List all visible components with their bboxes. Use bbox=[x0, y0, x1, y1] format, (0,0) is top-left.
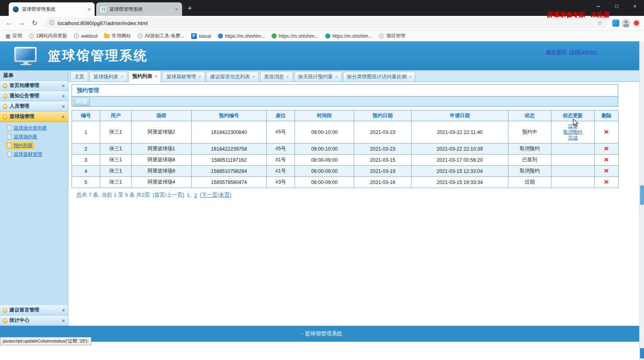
close-icon[interactable]: × bbox=[252, 74, 255, 79]
col-date: 预约日期 bbox=[354, 110, 411, 121]
refresh-button[interactable]: 刷 新 bbox=[74, 97, 90, 106]
sidebar-item-suggestions[interactable]: 建议留言管理 « bbox=[0, 305, 68, 315]
cell-status: 取消预约 bbox=[508, 166, 551, 177]
bookmark-item[interactable]: https://m.shishim... bbox=[218, 33, 265, 39]
refresh-icon[interactable]: ↻ bbox=[29, 19, 40, 27]
status-bar-text: javascript:updateColumnstatus('过期','28')… bbox=[3, 339, 89, 343]
cell-date: 2021-03-16 bbox=[354, 177, 411, 188]
delete-icon[interactable]: × bbox=[604, 179, 609, 185]
bookmark-item[interactable]: webtool bbox=[74, 33, 97, 39]
tab-equipment-management[interactable]: 篮球器材管理 × bbox=[162, 72, 205, 81]
chevron-up-icon: « bbox=[61, 115, 66, 118]
sidebar-item-carousel[interactable]: 首页轮播管理 « bbox=[0, 81, 68, 91]
maximize-button[interactable]: □ bbox=[607, 0, 626, 12]
close-icon[interactable]: × bbox=[175, 6, 178, 12]
extension-icon[interactable] bbox=[612, 19, 619, 27]
cell-venue: 阿里篮球场8 bbox=[132, 166, 192, 177]
pagination-last-link[interactable]: 末页 bbox=[219, 192, 230, 198]
tab-daily-stats[interactable]: 按天统计预约量 × bbox=[294, 72, 342, 81]
bookmark-apps[interactable]: ▦ 应用 bbox=[6, 33, 22, 39]
cell-status-update bbox=[551, 166, 595, 177]
change-password-link[interactable]: 修改密码 bbox=[546, 48, 566, 56]
delete-icon[interactable]: × bbox=[604, 168, 609, 174]
mouse-cursor bbox=[573, 119, 580, 129]
cell-date: 2021-03-19 bbox=[354, 166, 411, 177]
delete-icon[interactable]: × bbox=[604, 157, 609, 163]
bookmark-item[interactable]: P xiaoai bbox=[191, 33, 211, 39]
submenu-court-list[interactable]: 篮球场列表 bbox=[6, 133, 39, 141]
recorder-watermark: 屏幕录像专家 未注册 bbox=[547, 11, 610, 19]
pagination-first-prev: [首页/上一页] bbox=[153, 192, 184, 199]
bookmark-star-icon[interactable]: ☆ bbox=[597, 19, 603, 27]
logout-link[interactable]: 注销(admin) bbox=[569, 48, 597, 56]
sidebar-item-notice[interactable]: 通知公告管理 « bbox=[0, 91, 68, 101]
browser-tab-1[interactable]: 篮球馆管理系统 × bbox=[9, 2, 95, 16]
tab-pie-stats[interactable]: 按分类饼图统计访问量比例 × bbox=[343, 72, 415, 81]
col-status: 状态 bbox=[508, 110, 551, 121]
new-tab-button[interactable]: + bbox=[188, 4, 192, 13]
bookmark-label: 应用 bbox=[12, 33, 22, 39]
bookmark-item[interactable]: https://m.shishim... bbox=[325, 33, 372, 39]
minimize-button[interactable]: ─ bbox=[589, 0, 607, 12]
bracket: ] bbox=[230, 192, 231, 198]
close-icon[interactable]: × bbox=[87, 6, 91, 12]
close-icon[interactable]: × bbox=[286, 74, 289, 79]
vertical-scrollbar[interactable] bbox=[639, 41, 644, 360]
cell-date: 2021-03-23 bbox=[354, 121, 411, 143]
submenu-label[interactable]: 篮球场列表 bbox=[14, 134, 37, 140]
browser-tab-2[interactable]: 篮球馆管理系统 × bbox=[96, 2, 182, 16]
cell-delete: × bbox=[595, 177, 619, 188]
cell-period: 09:00-10:00 bbox=[295, 143, 354, 155]
bookmark-label: 1网站内容更新 bbox=[36, 33, 67, 39]
submenu-label[interactable]: 预约列表 bbox=[14, 142, 33, 149]
tab-label: 发送消息 bbox=[264, 74, 284, 80]
sidebar-item-court-management[interactable]: 篮球场管理 « bbox=[0, 112, 68, 122]
record-icon[interactable] bbox=[633, 19, 640, 27]
sidebar-item-statistics[interactable]: 统计中心 « bbox=[0, 315, 68, 326]
submenu-label[interactable]: 篮球器材管理 bbox=[14, 151, 42, 158]
bookmark-folder[interactable]: 常用网站 bbox=[104, 33, 131, 39]
address-bar[interactable]: ⓘ localhost:8080/pg87/admin/index.html ☆ bbox=[45, 17, 607, 29]
close-window-button[interactable]: × bbox=[626, 0, 644, 12]
cell-status: 预约中 bbox=[508, 121, 551, 143]
forward-icon[interactable]: → bbox=[17, 19, 27, 27]
back-icon[interactable]: ← bbox=[4, 19, 14, 27]
bookmark-item[interactable]: All原创工具-免费... bbox=[138, 33, 184, 39]
close-icon[interactable]: × bbox=[198, 74, 201, 79]
submenu-court-category-list[interactable]: 篮球场分类列表 bbox=[6, 124, 48, 132]
delete-icon[interactable]: × bbox=[604, 129, 609, 135]
scrollbar-thumb[interactable] bbox=[640, 185, 644, 205]
delete-icon[interactable]: × bbox=[604, 146, 609, 151]
col-no: 编号 bbox=[72, 110, 100, 121]
tab-home[interactable]: 主页 bbox=[70, 72, 88, 81]
app-header: 篮球馆管理系统 修改密码 注销(admin) bbox=[0, 41, 644, 70]
tab-suggestion-list[interactable]: 建议留言信息列表 × bbox=[206, 72, 259, 81]
tab-court-list[interactable]: 篮球场列表 × bbox=[89, 72, 127, 81]
work-area: 预约管理 刷 新 编号 用户 bbox=[68, 82, 644, 326]
submenu-label[interactable]: 篮球场分类列表 bbox=[14, 125, 47, 132]
watermark-status: 未注册 bbox=[591, 11, 610, 19]
action-cancel-link[interactable]: 取消预约 bbox=[553, 129, 593, 135]
close-icon[interactable]: × bbox=[409, 74, 411, 79]
close-icon[interactable]: × bbox=[121, 74, 123, 79]
sidebar-item-staff[interactable]: 人员管理 « bbox=[0, 101, 68, 112]
pagination-next-link[interactable]: 下一页 bbox=[202, 192, 218, 198]
pagination-page-2-link[interactable]: 2 bbox=[194, 192, 197, 198]
computer-logo-icon bbox=[14, 47, 37, 65]
cell-reservation-code: 1616422300840 bbox=[192, 121, 267, 143]
submenu-equipment-management[interactable]: 篮球器材管理 bbox=[6, 151, 44, 158]
submenu-reservation-list[interactable]: 预约列表 bbox=[6, 142, 34, 149]
info-icon[interactable]: ⓘ bbox=[49, 19, 54, 27]
action-complete-link[interactable]: 完成 bbox=[553, 135, 593, 141]
bookmark-item[interactable]: 项目管理 bbox=[379, 33, 405, 39]
bookmark-item[interactable]: 1网站内容更新 bbox=[29, 33, 67, 39]
close-icon[interactable]: × bbox=[155, 74, 157, 79]
chevron-down-icon: « bbox=[61, 95, 66, 97]
reservation-panel: 预约管理 刷 新 编号 用户 bbox=[72, 84, 618, 199]
tab-reservation-list[interactable]: 预约列表 × bbox=[128, 70, 161, 82]
close-icon[interactable]: × bbox=[335, 74, 338, 79]
main-content: 主页 篮球场列表 × 预约列表 × 篮球器材管理 × 建议留言信息列表 × bbox=[68, 70, 644, 326]
tab-send-message[interactable]: 发送消息 × bbox=[260, 72, 293, 81]
profile-avatar[interactable] bbox=[622, 19, 630, 27]
bookmark-item[interactable]: https://m.shishim... bbox=[272, 33, 318, 39]
